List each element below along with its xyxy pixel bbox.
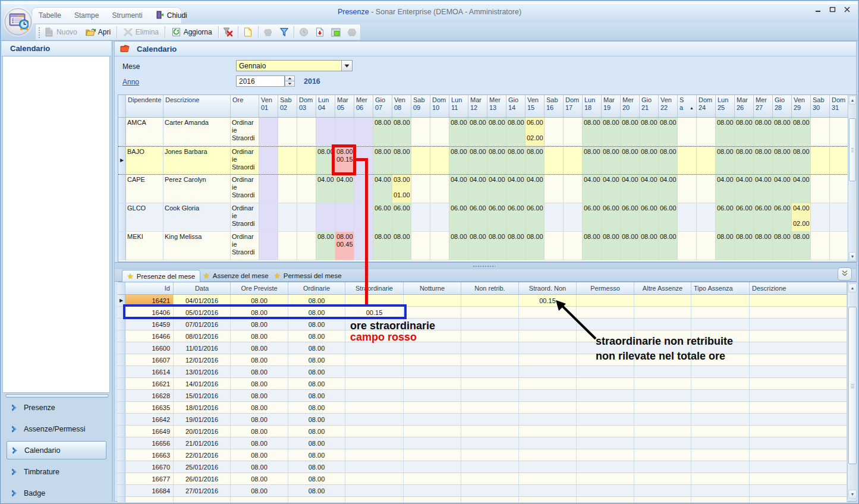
- column-header-day-12[interactable]: Mar12: [468, 95, 487, 117]
- day-cell[interactable]: 06.00: [754, 203, 773, 231]
- detail-row-16635[interactable]: 1663518/01/201608.0008.00: [118, 402, 857, 414]
- day-cell[interactable]: 06.00: [526, 203, 545, 231]
- toolbar-button-blank-page[interactable]: [240, 25, 256, 39]
- column-header-day-14[interactable]: Gio14: [506, 95, 526, 117]
- day-cell[interactable]: [811, 175, 830, 203]
- day-cell[interactable]: 08.00: [373, 147, 392, 174]
- column-header-day-3[interactable]: Dom03: [297, 95, 316, 117]
- column-header-day-28[interactable]: Gio28: [773, 95, 792, 117]
- day-cell[interactable]: 08.00: [735, 232, 754, 260]
- toolbar-button-panel[interactable]: [328, 25, 344, 39]
- day-cell[interactable]: 08.00: [583, 147, 602, 174]
- column-header-day-11[interactable]: Lun11: [449, 95, 468, 117]
- day-cell[interactable]: [259, 118, 278, 146]
- day-cell[interactable]: 04.00: [716, 175, 735, 203]
- day-cell[interactable]: 08.00: [506, 118, 526, 146]
- day-cell[interactable]: 04.0002.00: [792, 203, 811, 231]
- column-header-day-19[interactable]: Mar19: [602, 95, 621, 117]
- day-cell[interactable]: 08.00: [583, 118, 602, 146]
- sidebar-item-timbrature[interactable]: Timbrature: [7, 462, 106, 481]
- day-cell[interactable]: [278, 118, 297, 146]
- day-cell[interactable]: 06.00: [621, 203, 640, 231]
- day-cell[interactable]: [545, 203, 564, 231]
- day-cell[interactable]: [830, 147, 849, 174]
- column-header-day-26[interactable]: Mar26: [735, 95, 754, 117]
- day-cell[interactable]: 04.00: [506, 175, 526, 203]
- day-cell[interactable]: 06.00: [506, 203, 526, 231]
- day-cell[interactable]: [830, 203, 849, 231]
- day-cell[interactable]: 04.00: [792, 175, 811, 203]
- detail-grid-vscrollbar[interactable]: ▲ ▼: [847, 282, 857, 500]
- day-cell[interactable]: 08.00: [621, 147, 640, 174]
- day-cell[interactable]: 08.00: [773, 147, 792, 174]
- detail-row-16621[interactable]: 1662114/01/201608.0008.00: [118, 378, 857, 390]
- day-cell[interactable]: [430, 203, 449, 231]
- column-header-non-retrib-[interactable]: Non retrib.: [461, 282, 519, 294]
- detail-row-16642[interactable]: 1664219/01/201608.0008.00: [118, 414, 857, 426]
- day-cell[interactable]: 06.00: [583, 203, 602, 231]
- day-cell[interactable]: 08.00: [716, 232, 735, 260]
- column-header-ore-previste[interactable]: Ore Previste: [231, 282, 288, 294]
- day-cell[interactable]: 06.0002.00: [526, 118, 545, 146]
- day-cell[interactable]: 08.00: [640, 232, 659, 260]
- day-cell[interactable]: [259, 203, 278, 231]
- spin-down-icon[interactable]: [285, 81, 295, 87]
- column-header-day-18[interactable]: Lun18: [583, 95, 602, 117]
- scroll-down-icon[interactable]: ▼: [848, 490, 857, 499]
- column-header-day-23[interactable]: Sa▲: [678, 95, 697, 117]
- day-cell[interactable]: 08.00: [526, 147, 545, 174]
- detail-row-16663[interactable]: 1666322/01/201608.0008.00: [118, 449, 857, 461]
- day-cell[interactable]: [335, 203, 354, 231]
- day-cell[interactable]: [545, 175, 564, 203]
- day-cell[interactable]: [545, 232, 564, 260]
- tab-permessi-del-mese[interactable]: ★Permessi del mese: [269, 270, 347, 282]
- day-cell[interactable]: [411, 147, 430, 174]
- column-header-permesso[interactable]: Permesso: [577, 282, 634, 294]
- mese-dropdown[interactable]: Gennaio: [236, 60, 353, 71]
- day-cell[interactable]: [430, 175, 449, 203]
- sidebar-item-badge[interactable]: Badge: [7, 484, 106, 502]
- toolbar-button-shape-gray[interactable]: [344, 25, 360, 39]
- column-header-day-9[interactable]: Sab09: [411, 95, 430, 117]
- day-cell[interactable]: 08.00: [392, 118, 411, 146]
- day-cell[interactable]: 08.00: [716, 147, 735, 174]
- day-cell[interactable]: 08.00: [392, 147, 411, 174]
- day-cell[interactable]: 08.00: [373, 232, 392, 260]
- column-header-ordinarie[interactable]: Ordinarie: [288, 282, 345, 294]
- day-cell[interactable]: 08.00: [621, 232, 640, 260]
- day-cell[interactable]: 08.00: [792, 118, 811, 146]
- application-menu-button[interactable]: [5, 8, 32, 35]
- day-cell[interactable]: 08.00: [716, 118, 735, 146]
- day-cell[interactable]: [297, 203, 316, 231]
- day-cell[interactable]: [278, 147, 297, 174]
- day-cell[interactable]: [830, 118, 849, 146]
- day-cell[interactable]: 08.00: [735, 147, 754, 174]
- dropdown-arrow-icon[interactable]: [341, 61, 352, 71]
- day-cell[interactable]: 04.00: [449, 175, 468, 203]
- day-cell[interactable]: 08.00: [468, 147, 487, 174]
- calendar-row-cape[interactable]: CAPEPerez CarolynOrdinar ie Straordi04.0…: [118, 175, 857, 203]
- column-header-day-22[interactable]: Ven22: [659, 95, 678, 117]
- column-header-day-5[interactable]: Mar05: [335, 95, 354, 117]
- column-header-day-17[interactable]: Dom17: [564, 95, 583, 117]
- day-cell[interactable]: [297, 175, 316, 203]
- day-cell[interactable]: 08.00: [449, 232, 468, 260]
- day-cell[interactable]: 06.00: [735, 203, 754, 231]
- day-cell[interactable]: 04.00: [640, 175, 659, 203]
- column-header-altre-assenze[interactable]: Altre Assenze: [634, 282, 691, 294]
- calendar-row-amca[interactable]: AMCACarter AmandaOrdinar ie Straordi08.0…: [118, 118, 857, 146]
- spin-up-icon[interactable]: [285, 75, 295, 81]
- day-cell[interactable]: 04.00: [487, 175, 506, 203]
- column-header-day-10[interactable]: Dom10: [430, 95, 449, 117]
- detail-row-16600[interactable]: 1660011/01/201608.0008.00: [118, 342, 857, 354]
- calendar-row-glco[interactable]: GLCOCook GloriaOrdinar ie Straordi06.000…: [118, 203, 857, 232]
- column-header-day-25[interactable]: Lun25: [716, 95, 735, 117]
- column-header-day-20[interactable]: Mer20: [621, 95, 640, 117]
- day-cell[interactable]: [430, 118, 449, 146]
- day-cell[interactable]: 08.00: [487, 232, 506, 260]
- day-cell[interactable]: 08.00: [659, 147, 678, 174]
- day-cell[interactable]: 08.00: [773, 232, 792, 260]
- column-header-day-15[interactable]: Ven15: [526, 95, 545, 117]
- column-header-ore[interactable]: Ore: [231, 95, 259, 117]
- day-cell[interactable]: [697, 232, 716, 260]
